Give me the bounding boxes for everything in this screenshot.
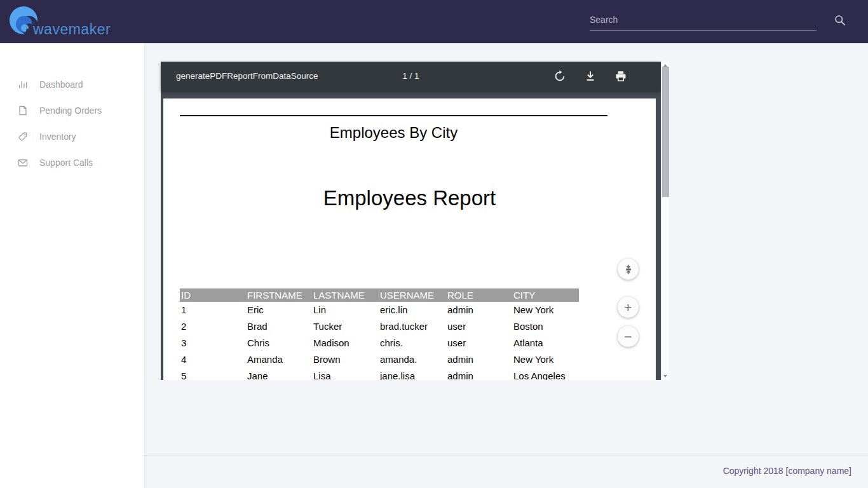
bar-chart-icon	[18, 79, 28, 90]
sidebar-item-label: Dashboard	[39, 79, 83, 90]
search-input[interactable]	[590, 9, 817, 30]
table-cell: New York	[512, 351, 579, 368]
table-cell: New York	[512, 302, 579, 318]
table-cell: 2	[180, 318, 246, 335]
pdf-scrollbar[interactable]	[661, 62, 669, 380]
sidebar-item-support-calls[interactable]: Support Calls	[0, 149, 144, 175]
pdf-toolbar: generatePDFReportFromDataSource 1 / 1	[161, 62, 661, 91]
table-cell: Chris	[246, 335, 312, 351]
table-cell: Amanda	[246, 351, 312, 368]
table-cell: Lin	[312, 302, 379, 318]
column-header: CITY	[512, 288, 579, 302]
table-cell: admin	[446, 302, 512, 318]
employees-table: ID FIRSTNAME LASTNAME USERNAME ROLE CITY…	[180, 288, 579, 380]
table-cell: Brown	[312, 351, 379, 368]
column-header: LASTNAME	[312, 288, 379, 302]
app-footer: Copyright 2018 [company name]	[144, 455, 868, 488]
fit-to-page-icon	[623, 264, 634, 274]
table-cell: brad.tucker	[379, 318, 446, 335]
table-cell: Atlanta	[512, 335, 579, 351]
table-row: 1 Eric Lin eric.lin admin New York	[180, 302, 579, 318]
main-content: generatePDFReportFromDataSource 1 / 1	[144, 43, 868, 455]
table-cell: Eric	[246, 302, 312, 318]
sidebar-item-label: Inventory	[39, 132, 76, 142]
table-cell: jane.lisa	[379, 368, 446, 380]
column-header: FIRSTNAME	[246, 288, 312, 302]
tag-icon	[18, 132, 28, 142]
scroll-down-arrow[interactable]	[661, 372, 670, 380]
print-button[interactable]	[614, 70, 627, 83]
column-header: ID	[180, 288, 246, 302]
app-header: wavemaker	[0, 0, 868, 43]
rotate-button[interactable]	[553, 70, 566, 83]
document-icon	[18, 105, 28, 116]
table-cell: user	[446, 335, 512, 351]
search-icon[interactable]	[834, 14, 846, 27]
table-cell: Brad	[246, 318, 312, 335]
sidebar-item-label: Pending Orders	[39, 105, 102, 116]
table-row: 3 Chris Madison chris. user Atlanta	[180, 335, 579, 351]
report-header-rule	[180, 115, 607, 116]
sidebar-item-pending-orders[interactable]: Pending Orders	[0, 97, 144, 123]
copyright-text: Copyright 2018 [company name]	[723, 466, 851, 476]
sidebar-item-inventory[interactable]: Inventory	[0, 123, 144, 149]
download-icon	[584, 70, 597, 83]
sidebar-item-label: Support Calls	[39, 158, 93, 168]
search	[590, 9, 817, 32]
download-button[interactable]	[584, 70, 597, 83]
column-header: ROLE	[446, 288, 512, 302]
table-cell: Boston	[512, 318, 579, 335]
column-header: USERNAME	[379, 288, 446, 302]
table-cell: Tucker	[312, 318, 379, 335]
pdf-toolbar-actions	[553, 62, 627, 91]
table-cell: Los Angeles	[512, 368, 579, 380]
sidebar-item-dashboard[interactable]: Dashboard	[0, 71, 144, 97]
pdf-page: Employees By City Employees Report ID FI…	[163, 98, 656, 380]
app-root: wavemaker Dashboard	[0, 0, 868, 488]
table-cell: Madison	[312, 335, 379, 351]
table-cell: user	[446, 318, 512, 335]
table-cell: 4	[180, 351, 246, 368]
logo-text: wavemaker	[33, 21, 111, 38]
report-subtitle: Employees By City	[180, 124, 607, 142]
table-row: 2 Brad Tucker brad.tucker user Boston	[180, 318, 579, 335]
table-cell: Lisa	[312, 368, 379, 380]
table-cell: 1	[180, 302, 246, 318]
table-cell: chris.	[379, 335, 446, 351]
table-cell: eric.lin	[379, 302, 446, 318]
table-cell: amanda.	[379, 351, 446, 368]
print-icon	[614, 70, 627, 83]
envelope-icon	[18, 158, 28, 168]
fit-to-page-button[interactable]	[618, 259, 639, 280]
table-header-row: ID FIRSTNAME LASTNAME USERNAME ROLE CITY	[180, 288, 579, 302]
table-cell: Jane	[246, 368, 312, 380]
table-cell: 5	[180, 368, 246, 380]
rotate-icon	[553, 70, 566, 83]
pdf-viewer: generatePDFReportFromDataSource 1 / 1	[161, 62, 669, 380]
report-title: Employees Report	[163, 186, 656, 210]
scrollbar-thumb[interactable]	[662, 67, 669, 197]
wavemaker-logo[interactable]: wavemaker	[0, 0, 146, 43]
table-cell: 3	[180, 335, 246, 351]
table-row: 4 Amanda Brown amanda. admin New York	[180, 351, 579, 368]
pdf-document-area: Employees By City Employees Report ID FI…	[161, 91, 661, 380]
sidebar: Dashboard Pending Orders Inventory Suppo…	[0, 43, 144, 488]
zoom-in-button[interactable]: +	[618, 297, 639, 318]
table-cell: admin	[446, 368, 512, 380]
table-cell: admin	[446, 351, 512, 368]
table-row: 5 Jane Lisa jane.lisa admin Los Angeles	[180, 368, 579, 380]
zoom-out-button[interactable]: −	[618, 326, 639, 347]
